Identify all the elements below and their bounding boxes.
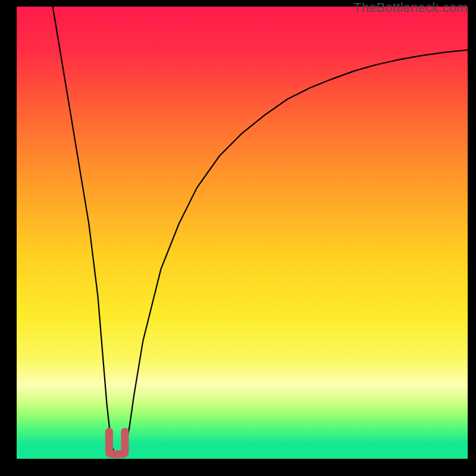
bottleneck-chart: [17, 7, 468, 459]
chart-background: [17, 7, 468, 459]
chart-frame: [17, 7, 468, 459]
watermark-text: TheBottleneck.com: [353, 0, 468, 15]
